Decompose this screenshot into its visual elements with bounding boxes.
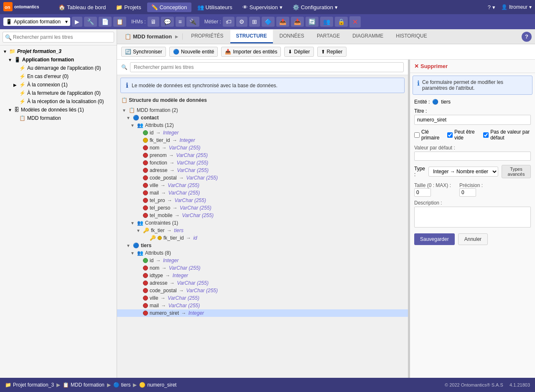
attr-contact-fonction[interactable]: fonction → VarChar (255)	[117, 159, 408, 167]
tree-error[interactable]: ⚡ En cas d'erreur (0)	[0, 72, 117, 81]
tiers-attr-toggle[interactable]: ▼	[130, 251, 135, 255]
delete-button[interactable]: ✕ Supprimer	[414, 63, 448, 69]
doc-button[interactable]: 📄	[99, 17, 112, 27]
cancel-button[interactable]: Annuler	[458, 233, 488, 245]
constraint-fk-tier[interactable]: ▼ 🔑 fk_tier → tiers	[117, 227, 408, 234]
attr-tiers-numero-siret[interactable]: numero_siret → Integer	[117, 309, 408, 317]
nav-projets[interactable]: 📁 Projets	[112, 3, 145, 12]
save-button[interactable]: Sauvegarder	[414, 233, 455, 245]
entity-contact[interactable]: ▼ 🔵 contact	[117, 114, 408, 121]
tab-donnees[interactable]: DONNÉES	[274, 30, 310, 43]
nav-configuration[interactable]: ⚙️ Configuration ▾	[288, 3, 342, 12]
contact-attr-toggle[interactable]: ▼	[130, 123, 135, 128]
attr-tiers-code-postal[interactable]: code_postal → VarChar (255)	[117, 287, 408, 294]
contact-constraints-group[interactable]: ▼ 👥 Contraintes (1)	[117, 219, 408, 227]
attr-contact-tel-mobile[interactable]: tel_mobile → VarChar (255)	[117, 212, 408, 219]
attr-tiers-id[interactable]: id → Integer	[117, 257, 408, 264]
chat-btn[interactable]: 💬	[161, 17, 174, 27]
constraints-toggle[interactable]: ▼	[130, 221, 135, 225]
play-button[interactable]: ▶	[72, 17, 82, 27]
attr-contact-ville[interactable]: ville → VarChar (255)	[117, 182, 408, 189]
screen-btn[interactable]: 🖥	[148, 17, 159, 27]
tab-proprietes[interactable]: PROPRIÉTÉS	[185, 30, 229, 43]
contact-attributes-group[interactable]: ▼ 👥 Attributs (12)	[117, 121, 408, 129]
fk-tier-toggle[interactable]: ▼	[135, 228, 141, 233]
attr-tiers-adresse[interactable]: adresse → VarChar (255)	[117, 279, 408, 287]
user-menu[interactable]: 👤 ltromeur ▾	[501, 4, 532, 10]
attr-contact-nom[interactable]: nom → VarChar (255)	[117, 144, 408, 152]
constraint-fk-tier-id[interactable]: 🔑 fk_tier_id → id	[117, 234, 408, 242]
new-entity-button[interactable]: 🔵 Nouvelle entité	[169, 47, 218, 57]
tools-button[interactable]: 🔧	[84, 17, 97, 27]
cle-primaire-input[interactable]	[414, 132, 420, 138]
peut-etre-vide-input[interactable]	[447, 132, 453, 138]
mdd-node[interactable]: ▼ 📋 MDD formation (2)	[117, 106, 408, 114]
attr-tiers-ville[interactable]: ville → VarChar (255)	[117, 294, 408, 302]
tree-close[interactable]: ⚡ À la fermeture de l'application (0)	[0, 89, 117, 97]
metier-btn2[interactable]: ⚙	[236, 17, 247, 27]
metier-btn4[interactable]: 🔷	[262, 17, 275, 27]
list-btn[interactable]: ≡	[176, 17, 185, 27]
tab-structure[interactable]: STRUCTURE	[230, 30, 273, 43]
plugin-btn[interactable]: 🔌	[186, 17, 199, 27]
tab-partage[interactable]: PARTAGE	[311, 30, 346, 43]
entity-tiers[interactable]: ▼ 🔵 tiers	[117, 242, 408, 249]
tree-modeles[interactable]: ▼ 🗄 Modèles de données liés (1)	[0, 106, 117, 114]
metier-btn5[interactable]: 📤	[276, 17, 289, 27]
cle-primaire-checkbox[interactable]: Clé primaire	[414, 129, 441, 141]
sidebar-search-input[interactable]	[3, 32, 114, 43]
metier-btn3[interactable]: ⊞	[249, 17, 260, 27]
breadcrumb-project[interactable]: 📁 Projet formation_3	[5, 382, 54, 388]
attr-contact-tel-pro[interactable]: tel_pro → VarChar (255)	[117, 197, 408, 204]
attr-contact-fk-tier-id[interactable]: fk_tier_id → Integer	[117, 137, 408, 144]
peut-etre-vide-checkbox[interactable]: Peut être vide	[447, 129, 476, 141]
tree-location[interactable]: ⚡ À la réception de la localisation (0)	[0, 97, 117, 106]
metier-btn8[interactable]: 👥	[320, 17, 333, 27]
breadcrumb-numero-siret[interactable]: 🟡 numero_siret	[139, 382, 176, 388]
tab-historique[interactable]: HISTORIQUE	[390, 30, 433, 43]
nav-tableau[interactable]: 🏠 Tableau de bord	[54, 3, 110, 12]
project-toggle[interactable]: ▼	[3, 49, 8, 54]
attr-tiers-mail[interactable]: mail → VarChar (255)	[117, 302, 408, 309]
tree-app[interactable]: ▼ 📱 Application formation	[0, 56, 117, 64]
pas-valeur-defaut-checkbox[interactable]: Pas de valeur par défaut	[483, 129, 531, 141]
metier-btn9[interactable]: 🔒	[335, 17, 348, 27]
tiers-toggle[interactable]: ▼	[125, 243, 131, 248]
help-button[interactable]: ?	[522, 32, 532, 42]
metier-btn1[interactable]: 🏷	[223, 17, 234, 27]
tree-mdd[interactable]: 📋 MDD formation	[0, 114, 117, 122]
breadcrumb-tiers[interactable]: 🔵 tiers	[113, 382, 131, 388]
attr-contact-mail[interactable]: mail → VarChar (255)	[117, 189, 408, 197]
nav-help[interactable]: ? ▾	[484, 3, 499, 12]
attr-contact-adresse[interactable]: adresse → VarChar (255)	[117, 167, 408, 174]
attr-contact-id[interactable]: id → Integer	[117, 129, 408, 137]
attr-contact-code-postal[interactable]: code_postal → VarChar (255)	[117, 174, 408, 182]
nav-supervision[interactable]: 👁 Supervision ▾	[238, 3, 287, 12]
content-search-input[interactable]	[130, 62, 404, 72]
nav-utilisateurs[interactable]: 👥 Utilisateurs	[193, 3, 237, 12]
app-selector[interactable]: 📱 Application formation ▾	[3, 18, 70, 26]
type-select[interactable]: Integer → Nombre entier VarChar (255) Bo…	[428, 167, 498, 177]
breadcrumb-mdd[interactable]: 📋 MDD formation	[63, 382, 104, 388]
sync-button[interactable]: 🔄 Synchroniser	[121, 47, 166, 57]
deploy-button[interactable]: ⬇ Déplier	[284, 47, 313, 57]
description-textarea[interactable]	[414, 207, 531, 228]
tiers-attributes-group[interactable]: ▼ 👥 Attributs (8)	[117, 249, 408, 257]
grid-button[interactable]: 📋	[113, 17, 126, 27]
metier-btn6[interactable]: 📥	[291, 17, 304, 27]
nav-conception[interactable]: ✏️ Conception	[147, 3, 191, 12]
close-toolbar-btn[interactable]: ✕	[349, 16, 361, 28]
replier-button[interactable]: ⬆ Replier	[317, 47, 346, 57]
import-button[interactable]: 📥 Importer des entités	[221, 47, 281, 57]
types-avances-button[interactable]: Types avancés	[502, 165, 531, 178]
contact-toggle[interactable]: ▼	[125, 116, 131, 120]
login-toggle[interactable]: ▶	[13, 83, 18, 87]
attr-contact-tel-perso[interactable]: tel_perso → VarChar (255)	[117, 204, 408, 212]
mdd-node-toggle[interactable]: ▼	[121, 108, 127, 113]
pas-valeur-defaut-input[interactable]	[483, 132, 489, 138]
app-toggle[interactable]: ▼	[8, 58, 13, 62]
tree-startup[interactable]: ⚡ Au démarrage de l'application (0)	[0, 64, 117, 72]
tree-project[interactable]: ▼ 📁 Projet formation_3	[0, 47, 117, 56]
metier-btn7[interactable]: 🔄	[306, 17, 318, 27]
logo[interactable]: on ontomantics	[3, 2, 49, 13]
